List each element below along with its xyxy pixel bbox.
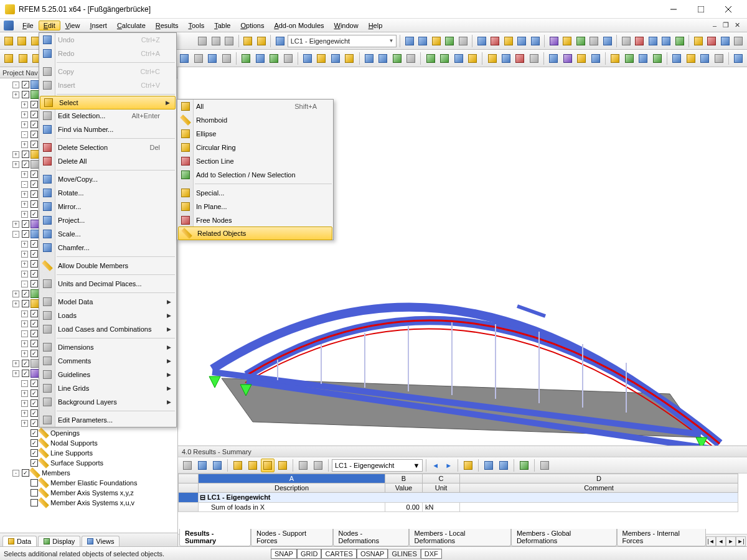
tb1-btn0-icon[interactable]	[403, 34, 415, 48]
results-tab-1[interactable]: Nodes - Support Forces	[251, 529, 333, 546]
tb1-btn19-icon[interactable]	[674, 34, 685, 48]
tg1-icon[interactable]	[242, 34, 254, 48]
results-sort-icon[interactable]	[210, 459, 224, 472]
nav-tab-data[interactable]: Data	[2, 536, 37, 546]
edit-model-data[interactable]: Model Data▶	[39, 295, 176, 309]
tb2-btn21-icon[interactable]	[500, 52, 512, 65]
t2-icon[interactable]	[223, 34, 235, 48]
tb2-btn3-icon[interactable]	[220, 52, 232, 65]
select-free-nodes[interactable]: Free Nodes	[177, 213, 333, 227]
tb2-btn19-icon[interactable]	[466, 52, 479, 65]
tb2-btn17-icon[interactable]	[438, 52, 451, 65]
edit-delete-selection[interactable]: Delete SelectionDel	[39, 141, 176, 154]
edit-line-grids[interactable]: Line Grids▶	[39, 381, 176, 395]
toggle-snap[interactable]: SNAP	[271, 549, 297, 559]
edit-select[interactable]: Select▶	[40, 96, 176, 110]
tb2-btn22-icon[interactable]	[514, 52, 526, 65]
results-table[interactable]: ABCD DescriptionValueUnitComment ⊟ LC1 -…	[178, 474, 738, 512]
select-in-plane---[interactable]: In Plane...	[177, 200, 333, 213]
tb2-btn4-icon[interactable]	[240, 52, 252, 65]
select-rhomboid[interactable]: Rhomboid	[177, 113, 333, 127]
tb2-btn0-icon[interactable]	[178, 52, 190, 65]
toggle-cartes[interactable]: CARTES	[321, 549, 356, 559]
tb1-btn7-icon[interactable]	[502, 34, 514, 48]
results-filter-icon[interactable]	[195, 459, 209, 472]
edit-delete-all[interactable]: Delete All	[39, 154, 176, 168]
mdi-minimize-icon[interactable]: –	[710, 21, 720, 30]
tb1-btn13-icon[interactable]	[588, 34, 599, 48]
maximize-button[interactable]	[687, 0, 715, 19]
menu-tools[interactable]: Tools	[183, 21, 209, 30]
tb2-btn5-icon[interactable]	[253, 52, 266, 65]
lc-icon[interactable]	[274, 34, 286, 48]
tree-row-members[interactable]: -✓Members	[4, 468, 177, 478]
menu-add-on-modules[interactable]: Add-on Modules	[269, 21, 329, 30]
nav-icon[interactable]	[16, 52, 29, 65]
tb2-btn32-icon[interactable]	[670, 52, 683, 65]
tb1-btn5-icon[interactable]	[476, 34, 487, 48]
tb2-btn33-icon[interactable]	[684, 52, 697, 65]
tb2-btn6-icon[interactable]	[268, 52, 280, 65]
tb2-btn23-icon[interactable]	[528, 52, 540, 65]
tb2-btn20-icon[interactable]	[486, 52, 498, 65]
tb1-btn10-icon[interactable]	[548, 34, 560, 48]
tb2-btn14-icon[interactable]	[391, 52, 403, 65]
mdi-close-icon[interactable]: ✕	[732, 21, 742, 30]
results-excel-icon[interactable]	[517, 459, 531, 472]
tb1-btn22-icon[interactable]	[719, 34, 731, 48]
tb2-btn30-icon[interactable]	[637, 52, 649, 65]
results-export1-icon[interactable]	[482, 459, 496, 472]
edit-units-and-decimal-places---[interactable]: Units and Decimal Places...	[39, 277, 176, 291]
tb1-btn3-icon[interactable]	[443, 34, 455, 48]
tb2-btn1-icon[interactable]	[192, 52, 204, 65]
edit-allow-double-members[interactable]: Allow Double Members	[39, 259, 176, 273]
t1-icon[interactable]	[210, 34, 222, 48]
tb2-btn34-icon[interactable]	[698, 52, 711, 65]
results-prev-icon[interactable]: ◄	[430, 462, 441, 469]
tb2-btn11-icon[interactable]	[343, 52, 355, 65]
edit-rotate---[interactable]: Rotate...	[39, 186, 176, 200]
tb2-btn28-icon[interactable]	[609, 52, 621, 65]
menu-edit[interactable]: Edit	[39, 21, 60, 30]
results-calc2-icon[interactable]	[538, 459, 552, 472]
tb2-btn9-icon[interactable]	[315, 52, 327, 65]
edit-move-copy---[interactable]: Move/Copy...	[39, 172, 176, 186]
edit-guidelines[interactable]: Guidelines▶	[39, 368, 176, 381]
edit-chamfer---[interactable]: Chamfer...	[39, 241, 176, 254]
menu-results[interactable]: Results	[151, 21, 184, 30]
tree-row-member-axis-systems-x-u-v[interactable]: Member Axis Systems x,u,v	[4, 498, 177, 508]
open-icon[interactable]	[16, 34, 27, 48]
tb2-btn26-icon[interactable]	[575, 52, 588, 65]
tree-row-line-supports[interactable]: ✓Line Supports	[4, 448, 177, 458]
tree-row-openings[interactable]: ✓Openings	[4, 428, 177, 438]
results-edit-icon[interactable]	[181, 459, 194, 472]
tb2-btn35-icon[interactable]	[712, 52, 725, 65]
menu-help[interactable]: Help	[364, 21, 388, 30]
results-tab-nav[interactable]: ►|	[736, 536, 746, 546]
close-button[interactable]	[715, 0, 742, 19]
tb1-btn2-icon[interactable]	[430, 34, 442, 48]
results-loadcase-combo[interactable]: LC1 - Eigengewicht▼	[332, 459, 423, 472]
menu-window[interactable]: Window	[329, 21, 364, 30]
tg2-icon[interactable]	[255, 34, 267, 48]
results-tab-2[interactable]: Nodes - Deformations	[333, 529, 409, 546]
edit-comments[interactable]: Comments▶	[39, 354, 176, 368]
select-ellipse[interactable]: Ellipse	[177, 127, 333, 141]
select-all[interactable]: AllShift+A	[177, 100, 333, 113]
nav-tab-views[interactable]: Views	[82, 536, 120, 546]
edit-menu[interactable]: UndoCtrl+ZRedoCtrl+ACopyCtrl+CInsertCtrl…	[39, 32, 177, 427]
results-opt1-icon[interactable]	[276, 459, 289, 472]
tb2-btn8-icon[interactable]	[301, 52, 314, 65]
menu-options[interactable]: Options	[235, 21, 269, 30]
tree-row-surface-supports[interactable]: ✓Surface Supports	[4, 458, 177, 468]
toggle-dxf[interactable]: DXF	[421, 549, 442, 559]
edit-load-cases-and-combinations[interactable]: Load Cases and Combinations▶	[39, 322, 176, 336]
toggle-osnap[interactable]: OSNAP	[357, 549, 388, 559]
tb1-btn15-icon[interactable]	[620, 34, 632, 48]
tb2-btn31-icon[interactable]	[651, 52, 663, 65]
toggle-glines[interactable]: GLINES	[388, 549, 420, 559]
menu-table[interactable]: Table	[209, 21, 235, 30]
results-tab-nav[interactable]: ◄	[716, 536, 726, 546]
results-export2-icon[interactable]	[497, 459, 510, 472]
print-icon[interactable]	[196, 34, 208, 48]
